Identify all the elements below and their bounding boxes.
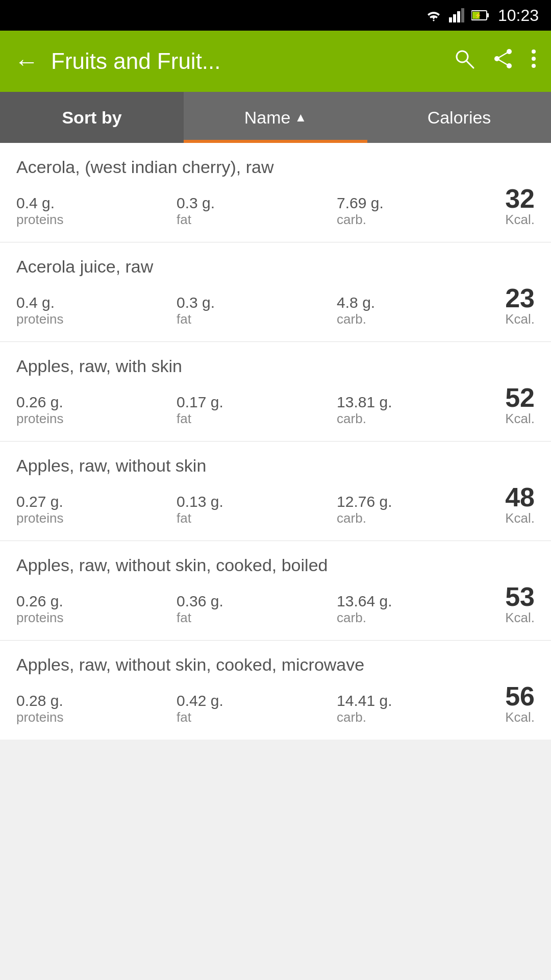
battery-icon: ⚡ xyxy=(471,9,490,21)
sort-by-label: Sort by xyxy=(0,92,184,143)
food-list: Acerola, (west indian cherry), raw 0.4 g… xyxy=(0,143,551,740)
calories-label: Kcal. xyxy=(505,411,535,427)
carb-group: 14.41 g. carb. xyxy=(337,692,497,725)
svg-line-14 xyxy=(497,59,509,66)
calories-label: Kcal. xyxy=(505,311,535,327)
share-button[interactable] xyxy=(492,47,514,75)
svg-line-9 xyxy=(467,61,473,68)
svg-rect-0 xyxy=(449,17,452,22)
protein-label: proteins xyxy=(16,212,177,228)
sort-by-calories-tab[interactable]: Calories xyxy=(367,92,551,143)
app-bar: ← Fruits and Fruit... xyxy=(0,31,551,92)
calories-label: Kcal. xyxy=(505,510,535,526)
carb-label: carb. xyxy=(337,311,497,327)
protein-group: 0.4 g. proteins xyxy=(16,194,177,228)
svg-point-15 xyxy=(532,50,536,54)
protein-value: 0.26 g. xyxy=(16,394,177,411)
fat-label: fat xyxy=(177,311,337,327)
carb-label: carb. xyxy=(337,411,497,427)
app-bar-actions xyxy=(453,47,537,75)
fat-label: fat xyxy=(177,610,337,626)
protein-group: 0.26 g. proteins xyxy=(16,593,177,626)
carb-group: 13.81 g. carb. xyxy=(337,394,497,427)
carb-value: 14.41 g. xyxy=(337,692,497,709)
fat-label: fat xyxy=(177,411,337,427)
wifi-icon xyxy=(424,8,443,22)
calories-group: 52 Kcal. xyxy=(505,384,535,427)
carb-value: 12.76 g. xyxy=(337,493,497,510)
calories-label: Kcal. xyxy=(505,610,535,626)
food-item[interactable]: Acerola, (west indian cherry), raw 0.4 g… xyxy=(0,143,551,242)
fat-label: fat xyxy=(177,510,337,526)
status-time: 10:23 xyxy=(498,6,539,25)
calories-label: Kcal. xyxy=(505,709,535,725)
food-item[interactable]: Apples, raw, without skin, cooked, micro… xyxy=(0,641,551,740)
sort-bar: Sort by Name ▲ Calories xyxy=(0,92,551,143)
svg-rect-2 xyxy=(457,11,460,22)
food-name: Acerola juice, raw xyxy=(16,257,535,277)
protein-label: proteins xyxy=(16,311,177,327)
sort-by-name-tab[interactable]: Name ▲ xyxy=(184,92,367,143)
calories-value: 23 xyxy=(505,285,535,311)
protein-group: 0.28 g. proteins xyxy=(16,692,177,725)
svg-text:⚡: ⚡ xyxy=(474,12,482,19)
signal-icon xyxy=(449,8,465,22)
food-macros: 0.28 g. proteins 0.42 g. fat 14.41 g. ca… xyxy=(16,683,535,725)
fat-label: fat xyxy=(177,709,337,725)
protein-value: 0.26 g. xyxy=(16,593,177,610)
protein-value: 0.4 g. xyxy=(16,194,177,212)
protein-value: 0.28 g. xyxy=(16,692,177,709)
fat-group: 0.17 g. fat xyxy=(177,394,337,427)
food-macros: 0.4 g. proteins 0.3 g. fat 7.69 g. carb.… xyxy=(16,185,535,228)
svg-rect-1 xyxy=(453,14,456,22)
more-options-button[interactable] xyxy=(531,47,537,75)
page-title: Fruits and Fruit... xyxy=(51,48,441,74)
fat-value: 0.3 g. xyxy=(177,294,337,311)
protein-value: 0.27 g. xyxy=(16,493,177,510)
protein-group: 0.4 g. proteins xyxy=(16,294,177,327)
calories-value: 53 xyxy=(505,583,535,610)
calories-group: 32 Kcal. xyxy=(505,185,535,228)
food-name: Apples, raw, without skin, cooked, micro… xyxy=(16,655,535,675)
fat-value: 0.42 g. xyxy=(177,692,337,709)
food-macros: 0.26 g. proteins 0.36 g. fat 13.64 g. ca… xyxy=(16,583,535,626)
back-button[interactable]: ← xyxy=(14,47,39,76)
fat-value: 0.3 g. xyxy=(177,194,337,212)
svg-point-8 xyxy=(457,51,468,62)
carb-value: 4.8 g. xyxy=(337,294,497,311)
svg-line-13 xyxy=(497,52,509,59)
carb-value: 7.69 g. xyxy=(337,194,497,212)
fat-group: 0.3 g. fat xyxy=(177,194,337,228)
calories-group: 53 Kcal. xyxy=(505,583,535,626)
fat-group: 0.42 g. fat xyxy=(177,692,337,725)
carb-label: carb. xyxy=(337,610,497,626)
calories-label: Kcal. xyxy=(505,212,535,228)
carb-group: 7.69 g. carb. xyxy=(337,194,497,228)
food-item[interactable]: Apples, raw, without skin 0.27 g. protei… xyxy=(0,442,551,541)
protein-label: proteins xyxy=(16,510,177,526)
fat-value: 0.17 g. xyxy=(177,394,337,411)
protein-group: 0.27 g. proteins xyxy=(16,493,177,526)
carb-group: 4.8 g. carb. xyxy=(337,294,497,327)
carb-group: 12.76 g. carb. xyxy=(337,493,497,526)
food-item[interactable]: Acerola juice, raw 0.4 g. proteins 0.3 g… xyxy=(0,242,551,342)
calories-value: 56 xyxy=(505,683,535,709)
name-tab-label: Name xyxy=(244,108,291,128)
fat-group: 0.13 g. fat xyxy=(177,493,337,526)
calories-group: 48 Kcal. xyxy=(505,484,535,526)
carb-value: 13.81 g. xyxy=(337,394,497,411)
calories-value: 48 xyxy=(505,484,535,510)
food-item[interactable]: Apples, raw, without skin, cooked, boile… xyxy=(0,541,551,641)
food-item[interactable]: Apples, raw, with skin 0.26 g. proteins … xyxy=(0,342,551,442)
search-button[interactable] xyxy=(453,47,475,75)
food-name: Apples, raw, without skin, cooked, boile… xyxy=(16,555,535,575)
food-macros: 0.27 g. proteins 0.13 g. fat 12.76 g. ca… xyxy=(16,484,535,526)
protein-label: proteins xyxy=(16,411,177,427)
svg-rect-5 xyxy=(487,13,489,17)
carb-group: 13.64 g. carb. xyxy=(337,593,497,626)
svg-point-17 xyxy=(532,64,536,68)
calories-group: 23 Kcal. xyxy=(505,285,535,327)
food-name: Apples, raw, without skin xyxy=(16,456,535,476)
svg-point-16 xyxy=(532,57,536,61)
calories-tab-label: Calories xyxy=(428,108,491,128)
